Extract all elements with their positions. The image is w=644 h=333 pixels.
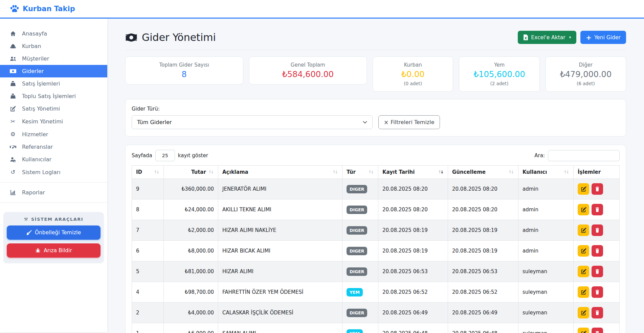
column-header-tutar[interactable]: Tutar↑↓	[164, 166, 218, 179]
cell-id: 4	[132, 282, 164, 303]
trash-icon	[595, 228, 600, 233]
sidebar-item-toplu-satis-islemleri[interactable]: Toplu Satış İşlemleri	[0, 90, 107, 102]
sidebar-item-kesim-yonetimi[interactable]: ✂ Kesim Yönetimi	[0, 115, 107, 128]
cell-user: admin	[518, 241, 574, 261]
edit-button[interactable]	[578, 183, 589, 195]
cell-user: suleyman	[518, 323, 574, 333]
sidebar-item-referanslar[interactable]: Referanslar	[0, 141, 107, 153]
cell-created: 20.08.2025 06:52	[378, 282, 448, 303]
stat-count: (6 adet)	[549, 81, 623, 86]
sidebar-item-musteriler[interactable]: Müşteriler	[0, 52, 107, 65]
edit-button[interactable]	[578, 286, 589, 298]
title-divider	[125, 50, 626, 50]
sidebar-item-giderler[interactable]: Giderler	[0, 65, 107, 77]
cell-id: 8	[132, 199, 164, 220]
column-header-kullanici[interactable]: Kullanıcı↑↓	[518, 166, 574, 179]
sidebar-item-satis-yonetimi[interactable]: Satış Yönetimi	[0, 102, 107, 115]
tools-title-label: SİSTEM ARAÇLARI	[31, 217, 83, 222]
clear-filters-button[interactable]: × Filtreleri Temizle	[378, 115, 440, 129]
report-fault-label: Arıza Bildir	[44, 247, 72, 254]
export-excel-button[interactable]: Excel'e Aktar ▾	[518, 31, 576, 44]
trash-icon	[595, 248, 600, 254]
cell-type: YEM	[342, 323, 378, 333]
cell-actions	[574, 199, 620, 220]
table-row: 2 ₺4,000.00 CALASKAR İŞÇİLİK ÖDEMESİ DIG…	[132, 303, 620, 323]
sidebar-item-anasayfa[interactable]: Anasayfa	[0, 27, 107, 40]
cell-created: 20.08.2025 08:20	[378, 199, 448, 220]
delete-button[interactable]	[592, 245, 603, 257]
pen-square-icon	[9, 106, 17, 112]
delete-button[interactable]	[592, 183, 603, 195]
edit-button[interactable]	[578, 307, 589, 318]
sidebar-divider	[0, 182, 107, 183]
page-length-control: Sayfada 25 kayıt göster	[132, 150, 208, 161]
edit-button[interactable]	[578, 204, 589, 215]
clear-cache-button[interactable]: Önbelleği Temizle	[7, 225, 101, 240]
trash-icon	[595, 289, 600, 295]
chevron-down-icon	[363, 121, 367, 124]
sidebar-item-satis-islemleri[interactable]: Satış İşlemleri	[0, 77, 107, 90]
delete-button[interactable]	[592, 286, 603, 298]
cell-actions	[574, 282, 620, 303]
column-header-id[interactable]: ID↑↓	[132, 166, 164, 179]
column-header-kayit-tarihi[interactable]: Kayıt Tarihi↑↓	[378, 166, 448, 179]
column-header-aciklama[interactable]: Açıklama↑↓	[218, 166, 342, 179]
column-header-tur[interactable]: Tür↑↓	[342, 166, 378, 179]
sidebar-item-kullanicilar[interactable]: Kullanıcılar	[0, 153, 107, 166]
column-header-islemler: İşlemler	[574, 166, 620, 179]
sidebar-item-label: Satış İşlemleri	[22, 80, 60, 87]
page-title-label: Gider Yönetimi	[142, 31, 216, 43]
cell-type: DIGER	[342, 220, 378, 241]
sidebar-item-hizmetler[interactable]: ⚙ Hizmetler	[0, 128, 107, 141]
page-length-select[interactable]: 25	[155, 150, 175, 161]
delete-button[interactable]	[592, 307, 603, 318]
report-fault-button[interactable]: Arıza Bildir	[7, 243, 101, 258]
sidebar-item-label: Raporlar	[22, 189, 45, 196]
edit-button[interactable]	[578, 245, 589, 257]
handshake-icon	[9, 144, 17, 150]
table-row: 1 ₺6,900.00 SAMAN ALIMI YEM 20.08.2025 0…	[132, 323, 620, 333]
tools-icon: ⚒	[24, 217, 28, 222]
sidebar-item-raporlar[interactable]: Raporlar	[0, 186, 107, 199]
delete-button[interactable]	[592, 266, 603, 277]
table-row: 4 ₺98,700.00 FAHRETTİN ÖZER YEM ÖDEMESİ …	[132, 282, 620, 303]
delete-button[interactable]	[592, 224, 603, 236]
column-header-guncelleme[interactable]: Güncelleme↑↓	[448, 166, 518, 179]
scissors-icon: ✂	[9, 118, 17, 125]
cell-user: admin	[518, 220, 574, 241]
trash-icon	[595, 269, 600, 274]
table-row: 9 ₺360,000.00 JENERATÖR ALIMI DIGER 20.0…	[132, 179, 620, 199]
cell-id: 5	[132, 261, 164, 282]
delete-button[interactable]	[592, 204, 603, 215]
cell-amount: ₺6,900.00	[164, 323, 218, 333]
edit-button[interactable]	[578, 224, 589, 236]
sidebar-item-kurban[interactable]: Kurban	[0, 40, 107, 52]
cell-id: 7	[132, 220, 164, 241]
type-badge: DIGER	[347, 247, 367, 255]
expense-table: ID↑↓ Tutar↑↓ Açıklama↑↓ Tür↑↓ Kayıt Tari…	[132, 165, 620, 333]
edit-button[interactable]	[578, 266, 589, 277]
pencil-square-icon	[581, 289, 586, 295]
cell-user: suleyman	[518, 282, 574, 303]
sidebar-item-label: Kullanıcılar	[22, 156, 51, 163]
home-icon	[9, 31, 17, 37]
table-search: Ara:	[534, 150, 620, 161]
edit-button[interactable]	[578, 328, 589, 333]
cell-amount: ₺24,000.00	[164, 199, 218, 220]
table-search-input[interactable]	[548, 150, 620, 161]
sidebar-item-label: Müşteriler	[22, 55, 49, 62]
expense-type-label: Gider Türü:	[132, 106, 620, 112]
sidebar-item-sistem-loglari[interactable]: ↺ Sistem Logları	[0, 166, 107, 179]
app-brand[interactable]: Kurban Takip	[10, 5, 75, 13]
delete-button[interactable]	[592, 328, 603, 333]
stat-card-total-count: Toplam Gider Sayısı 8	[125, 56, 243, 85]
cell-created: 20.08.2025 06:53	[378, 261, 448, 282]
money-bill-icon	[9, 68, 17, 74]
expense-type-select[interactable]: Tüm Giderler	[132, 115, 373, 129]
table-row: 6 ₺8,000.00 HIZAR BICAK ALIMI DIGER 20.0…	[132, 241, 620, 261]
sidebar-item-label: Toplu Satış İşlemleri	[22, 93, 76, 99]
sidebar-item-label: Hizmetler	[22, 131, 48, 138]
sort-icon: ↑↓	[368, 170, 374, 174]
new-expense-button[interactable]: + Yeni Gider	[580, 31, 626, 44]
cell-actions	[574, 261, 620, 282]
